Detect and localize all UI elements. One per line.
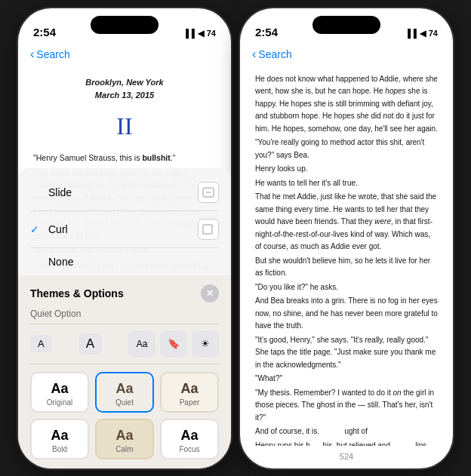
battery-icon-right: 74: [429, 29, 438, 38]
theme-card-bold[interactable]: Aa Bold: [30, 419, 89, 459]
right-para-7: "Do you like it?" he asks.: [255, 281, 438, 294]
right-para-6: But she wouldn't believe him, so he lets…: [255, 255, 438, 280]
themes-header: Themes & Options ✕: [30, 281, 219, 309]
wifi-icon-right: ◀: [420, 29, 426, 38]
page-number: 524: [340, 452, 353, 461]
theme-sample-original: Aa: [51, 381, 68, 397]
themes-panel: Themes & Options ✕ Quiet Option A A Aa 🔖…: [18, 275, 231, 468]
font-icon-group: Aa 🔖 ☀: [128, 330, 219, 358]
status-icons-right: ▐▐ ◀ 74: [405, 29, 438, 38]
status-time-right: 2:54: [255, 26, 278, 38]
right-para-10: "What?": [255, 373, 438, 385]
overlay-panel: Slide ✓ Curl: [18, 168, 231, 468]
right-para-2: "You're really going to method actor thi…: [255, 137, 438, 161]
font-controls-row: A A Aa 🔖 ☀: [30, 324, 219, 364]
theme-label-bold: Bold: [52, 445, 67, 453]
svg-rect-1: [203, 225, 212, 234]
chapter-number: II: [33, 107, 216, 146]
right-para-3: Henry looks up.: [255, 163, 438, 176]
right-para-1: He does not know what happened to Addie,…: [255, 73, 438, 136]
themes-title: Themes & Options: [30, 287, 124, 299]
left-phone: 2:54 ▐▐ ◀ 74 ‹ Search Brooklyn, New York…: [18, 8, 231, 468]
nav-bar-left: ‹ Search: [18, 41, 231, 67]
theme-sample-quiet: Aa: [115, 381, 133, 397]
theme-sample-focus: Aa: [180, 428, 198, 444]
para-1: "Henry Samuel Strauss, this is bullshit.…: [33, 152, 216, 164]
dynamic-island: [91, 16, 159, 34]
right-para-8: And Bea breaks into a grin. There is no …: [255, 295, 438, 333]
theme-sample-calm: Aa: [115, 428, 133, 444]
themes-subtitle: Quiet Option: [30, 309, 219, 324]
signal-icon: ▐▐: [183, 29, 195, 38]
phones-container: 2:54 ▐▐ ◀ 74 ‹ Search Brooklyn, New York…: [18, 8, 453, 468]
right-para-13: Henry runs his h his, but relieved and l…: [255, 440, 438, 446]
battery-icon: 74: [207, 29, 216, 38]
status-icons-left: ▐▐ ◀ 74: [183, 29, 216, 38]
slide-option-none[interactable]: None: [30, 248, 219, 275]
nav-bar-right: ‹ Search: [240, 41, 453, 67]
theme-card-focus[interactable]: Aa Focus: [160, 419, 219, 459]
dynamic-island-right: [312, 16, 380, 34]
themes-grid: Aa Original Aa Quiet Aa Paper: [30, 364, 219, 468]
curl-svg: [202, 224, 214, 235]
font-size-large[interactable]: A: [78, 333, 102, 355]
back-label-right: Search: [258, 48, 291, 60]
theme-card-quiet[interactable]: Aa Quiet: [95, 372, 154, 413]
theme-label-focus: Focus: [179, 445, 199, 453]
font-settings-icon[interactable]: Aa: [128, 330, 155, 358]
theme-card-paper[interactable]: Aa Paper: [160, 372, 219, 413]
theme-card-calm[interactable]: Aa Calm: [95, 419, 154, 459]
slide-icon: [198, 182, 219, 203]
theme-label-paper: Paper: [180, 398, 200, 407]
right-para-11: "My thesis. Remember? I wanted to do it …: [255, 387, 438, 425]
right-para-9: "It's good, Henry," she says. "It's real…: [255, 334, 438, 372]
none-label: None: [48, 256, 73, 268]
signal-icon-right: ▐▐: [405, 29, 417, 38]
theme-label-calm: Calm: [115, 445, 133, 453]
slide-svg: [202, 187, 214, 198]
back-button-right[interactable]: ‹ Search: [252, 48, 292, 61]
right-phone: 2:54 ▐▐ ◀ 74 ‹ Search He does not know w…: [240, 8, 453, 468]
theme-label-original: Original: [47, 398, 72, 407]
slide-option-slide[interactable]: Slide: [30, 174, 219, 211]
close-themes-button[interactable]: ✕: [201, 284, 219, 302]
back-button-left[interactable]: ‹ Search: [30, 48, 70, 61]
brightness-icon[interactable]: ☀: [192, 330, 219, 358]
font-size-small[interactable]: A: [30, 335, 52, 352]
status-time-left: 2:54: [33, 26, 56, 38]
theme-label-quiet: Quiet: [115, 398, 134, 407]
curl-label: Curl: [48, 223, 68, 235]
back-arrow-icon: ‹: [30, 48, 34, 61]
slide-option-curl[interactable]: ✓ Curl: [30, 211, 219, 248]
right-para-5: That he met Addie, just like he wrote, t…: [255, 191, 438, 253]
right-para-4: He wants to tell her it's all true.: [255, 177, 438, 190]
book-location: Brooklyn, New YorkMarch 13, 2015: [33, 76, 216, 103]
wifi-icon: ◀: [198, 29, 204, 38]
theme-sample-bold: Aa: [51, 428, 68, 444]
back-label-left: Search: [36, 48, 69, 60]
curl-icon: [198, 219, 219, 240]
slide-menu: Slide ✓ Curl: [18, 168, 231, 275]
book-content-right: He does not know what happened to Addie,…: [240, 67, 453, 446]
back-arrow-icon-right: ‹: [252, 48, 256, 61]
bookmark-icon[interactable]: 🔖: [160, 330, 187, 358]
right-para-12: And of course, it is. ught of: [255, 425, 438, 438]
check-curl: ✓: [30, 223, 42, 235]
slide-label: Slide: [48, 186, 72, 198]
theme-sample-paper: Aa: [180, 381, 198, 397]
theme-card-original[interactable]: Aa Original: [30, 372, 89, 413]
